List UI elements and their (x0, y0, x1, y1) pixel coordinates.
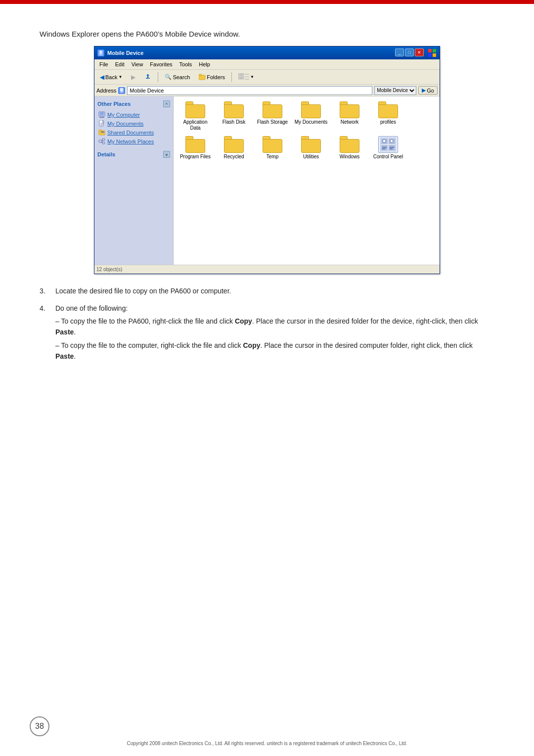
shared-documents-label: Shared Documents (107, 130, 154, 136)
svg-point-39 (390, 140, 393, 142)
menu-view[interactable]: View (129, 60, 146, 68)
step-4-sub-2: – To copy the file to the computer, righ… (55, 340, 494, 362)
menu-favorites[interactable]: Favorites (147, 60, 175, 68)
other-places-collapse-button[interactable]: ^ (163, 100, 170, 107)
my-network-places-label: My Network Places (107, 139, 154, 144)
file-label-network: Network (341, 119, 359, 125)
go-button[interactable]: ▶ Go (418, 86, 438, 94)
minimize-button[interactable]: _ (395, 48, 404, 56)
folder-icon-temp (263, 136, 282, 153)
address-input[interactable] (127, 86, 372, 95)
mobile-device-icon (97, 49, 104, 56)
file-item-flash-disk[interactable]: Flash Disk (217, 101, 251, 131)
svg-point-27 (102, 131, 104, 133)
folders-label: Folders (207, 74, 225, 80)
file-item-recycled[interactable]: Recycled (217, 136, 251, 160)
svg-rect-6 (433, 53, 436, 57)
svg-point-38 (383, 140, 386, 142)
sidebar-items: My Computer My Documents (97, 110, 170, 146)
file-item-temp[interactable]: Temp (256, 136, 289, 160)
folder-icon-recycled (224, 136, 244, 153)
step-3: 3. Locate the desired file to copy on th… (40, 286, 494, 296)
file-label-windows: Windows (340, 154, 360, 160)
svg-rect-3 (428, 49, 432, 52)
step-4-content: Do one of the following: – To copy the f… (55, 303, 494, 362)
svg-rect-40 (382, 147, 387, 148)
menu-edit[interactable]: Edit (112, 60, 128, 68)
file-label-control-panel: Control Panel (373, 154, 403, 160)
svg-rect-42 (390, 147, 394, 148)
menu-bar: File Edit View Favorites Tools Help (94, 59, 440, 70)
address-dropdown[interactable]: Mobile Device (374, 86, 416, 95)
paste-bold-1: Paste (55, 328, 74, 336)
svg-rect-29 (102, 139, 105, 141)
menu-help[interactable]: Help (196, 60, 213, 68)
search-button[interactable]: 🔍 Search (161, 72, 193, 82)
svg-rect-9 (238, 73, 241, 76)
file-item-program-files[interactable]: Program Files (178, 136, 212, 160)
file-label-flash-storage: Flash Storage (257, 119, 288, 125)
step-4-sub-1: – To copy the file to the PA600, right-c… (55, 316, 494, 338)
address-bar: Address Mobile Device ▶ Go (94, 85, 440, 96)
toolbar: ◀ Back ▼ ▶ 🔍 Search (94, 70, 440, 85)
details-header: Details v (97, 151, 170, 158)
svg-rect-5 (428, 53, 432, 57)
maximize-button[interactable]: □ (405, 48, 414, 56)
folders-button[interactable]: Folders (195, 72, 228, 83)
address-label: Address (96, 88, 116, 94)
sidebar-item-my-network-places[interactable]: My Network Places (97, 137, 170, 146)
file-item-utilities[interactable]: Utilities (294, 136, 328, 160)
svg-line-32 (102, 141, 102, 143)
svg-rect-19 (99, 117, 104, 118)
footer: Copyright 2008 unitech Electronics Co., … (0, 741, 534, 746)
file-label-utilities: Utilities (303, 154, 319, 160)
svg-rect-30 (102, 142, 105, 144)
details-collapse-button[interactable]: v (163, 151, 170, 158)
search-icon: 🔍 (165, 74, 172, 80)
file-area: ApplicationData Flash Disk (174, 96, 440, 265)
title-bar: Mobile Device _ □ ✕ (94, 47, 440, 59)
file-label-program-files: Program Files (180, 154, 211, 160)
forward-arrow-icon: ▶ (131, 74, 135, 81)
my-computer-label: My Computer (107, 112, 140, 118)
svg-rect-8 (199, 74, 202, 76)
sidebar-item-my-documents[interactable]: My Documents (97, 119, 170, 128)
svg-rect-4 (433, 49, 436, 52)
svg-rect-17 (100, 112, 104, 115)
paste-bold-2: Paste (55, 352, 74, 360)
file-item-my-documents[interactable]: My Documents (294, 101, 328, 131)
close-button[interactable]: ✕ (415, 48, 424, 56)
forward-button[interactable]: ▶ (128, 72, 139, 82)
view-button[interactable]: ▼ (235, 72, 258, 83)
sidebar-item-shared-documents[interactable]: Shared Documents (97, 128, 170, 137)
red-bar (0, 0, 534, 4)
folder-icon-program-files (185, 136, 205, 153)
back-button[interactable]: ◀ Back ▼ (96, 72, 126, 82)
file-item-profiles[interactable]: profiles (371, 101, 405, 131)
folders-icon (199, 73, 206, 81)
file-item-network[interactable]: Network (333, 101, 366, 131)
file-item-control-panel[interactable]: Control Panel (371, 136, 405, 160)
title-bar-buttons: _ □ ✕ (395, 48, 437, 57)
step-3-number: 3. (40, 286, 49, 296)
menu-tools[interactable]: Tools (177, 60, 195, 68)
file-label-temp: Temp (267, 154, 278, 160)
folder-icon-utilities (301, 136, 321, 153)
up-button[interactable] (141, 72, 155, 83)
file-item-flash-storage[interactable]: Flash Storage (256, 101, 289, 131)
go-arrow-icon: ▶ (422, 87, 426, 94)
svg-rect-10 (241, 73, 244, 76)
file-label-flash-disk: Flash Disk (222, 119, 246, 125)
address-device-icon (118, 87, 125, 94)
file-item-windows[interactable]: Windows (333, 136, 366, 160)
other-places-header: Other Places ^ (97, 100, 170, 107)
files-grid: ApplicationData Flash Disk (178, 101, 435, 160)
sidebar-item-my-computer[interactable]: My Computer (97, 110, 170, 119)
folder-icon-my-documents (301, 101, 321, 118)
explorer-window: Mobile Device _ □ ✕ File Edit (94, 46, 440, 274)
menu-file[interactable]: File (96, 60, 111, 68)
svg-point-15 (122, 92, 123, 93)
file-item-application-data[interactable]: ApplicationData (178, 101, 212, 131)
folder-icon-network (340, 101, 359, 118)
sidebar: Other Places ^ My Comput (94, 96, 174, 265)
